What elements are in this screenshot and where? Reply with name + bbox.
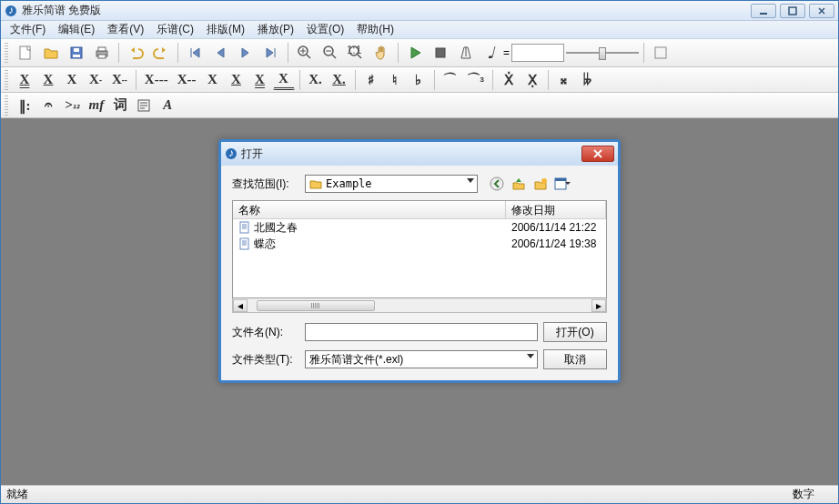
- save-button[interactable]: [65, 41, 88, 65]
- dynamic-mf-button[interactable]: mf: [86, 96, 108, 116]
- double-sharp-button[interactable]: 𝄪: [553, 70, 575, 90]
- text-button[interactable]: [133, 96, 155, 116]
- svg-text:♪: ♪: [8, 5, 14, 16]
- column-name[interactable]: 名称: [233, 201, 506, 218]
- dialog-close-button[interactable]: [581, 146, 614, 162]
- svg-point-21: [541, 178, 547, 184]
- view-menu-button[interactable]: [554, 176, 571, 192]
- note-x-ul2[interactable]: X: [249, 70, 271, 90]
- tempo-input[interactable]: [511, 44, 564, 62]
- natural-button[interactable]: ♮: [384, 70, 406, 90]
- undo-button[interactable]: [124, 41, 147, 65]
- menu-file[interactable]: 文件(F): [5, 21, 51, 38]
- new-folder-button[interactable]: [532, 176, 549, 192]
- play-button[interactable]: [403, 41, 427, 65]
- svg-rect-10: [98, 55, 106, 58]
- lookin-combo[interactable]: Example: [305, 175, 478, 193]
- sharp-button[interactable]: ♯: [360, 70, 382, 90]
- column-date[interactable]: 修改日期: [506, 201, 606, 218]
- note-x2[interactable]: X: [202, 70, 224, 90]
- list-item[interactable]: 蝶恋 2006/11/24 19:38: [233, 236, 606, 252]
- redo-button[interactable]: [149, 41, 173, 65]
- triplet-button[interactable]: ⌒3: [463, 70, 488, 90]
- lyrics-button[interactable]: 词: [109, 96, 131, 116]
- svg-rect-25: [240, 238, 248, 249]
- svg-rect-2: [760, 13, 767, 15]
- svg-rect-15: [436, 48, 445, 57]
- list-item[interactable]: 北國之春 2006/11/14 21:22: [233, 219, 606, 236]
- note-x-ul3[interactable]: X: [273, 70, 295, 90]
- double-flat-button[interactable]: 𝄫: [577, 70, 599, 90]
- menu-edit[interactable]: 编辑(E): [53, 21, 100, 38]
- file-icon: [238, 221, 251, 234]
- scroll-left-button[interactable]: ◂: [233, 299, 248, 312]
- note-xdot-ul[interactable]: X.: [329, 70, 350, 90]
- note-x-dash[interactable]: X-: [85, 70, 106, 90]
- app-icon: ♪: [225, 147, 238, 160]
- menu-layout[interactable]: 排版(M): [201, 21, 250, 38]
- svg-rect-7: [74, 48, 79, 52]
- open-button[interactable]: 打开(O): [543, 322, 607, 342]
- crescendo-button[interactable]: >₁₂: [61, 96, 84, 116]
- note-x-underline[interactable]: X: [37, 70, 59, 90]
- note-xdash[interactable]: X--: [174, 70, 200, 90]
- menu-play[interactable]: 播放(P): [252, 21, 299, 38]
- prev-page-button[interactable]: [208, 41, 232, 65]
- note-x-ul[interactable]: X: [226, 70, 248, 90]
- extra-button[interactable]: [649, 41, 672, 65]
- open-button[interactable]: [39, 41, 63, 65]
- menu-help[interactable]: 帮助(H): [351, 21, 399, 38]
- up-button[interactable]: [510, 176, 527, 192]
- maximize-button[interactable]: [780, 4, 805, 18]
- toolbar-grip: [5, 70, 8, 90]
- font-button[interactable]: A: [157, 96, 178, 116]
- menu-settings[interactable]: 设置(O): [301, 21, 349, 38]
- note-x-underline2[interactable]: X: [14, 70, 35, 90]
- svg-point-20: [490, 177, 503, 190]
- note-xdashes[interactable]: X---: [141, 70, 172, 90]
- note-x[interactable]: X: [61, 70, 83, 90]
- lookin-value: Example: [326, 177, 372, 190]
- cancel-button[interactable]: 取消: [543, 349, 607, 369]
- tie-button[interactable]: ⌒: [440, 70, 461, 90]
- zoom-in-button[interactable]: [293, 41, 317, 65]
- stop-button[interactable]: [429, 41, 452, 65]
- menu-score[interactable]: 乐谱(C): [151, 21, 199, 38]
- new-button[interactable]: [14, 41, 37, 65]
- filename-input[interactable]: [305, 323, 538, 341]
- first-page-button[interactable]: [183, 41, 207, 65]
- toolbar-grip: [5, 43, 8, 63]
- zoom-out-button[interactable]: [318, 41, 342, 65]
- fermata-button[interactable]: 𝄐: [37, 96, 59, 116]
- next-page-button[interactable]: [234, 41, 258, 65]
- svg-rect-4: [20, 46, 30, 59]
- close-button[interactable]: [809, 4, 834, 18]
- dialog-title: 打开: [238, 146, 581, 162]
- repeat-button[interactable]: ‖:: [14, 96, 35, 116]
- statusbar: 就绪 数字: [1, 485, 838, 503]
- menu-view[interactable]: 查看(V): [102, 21, 149, 38]
- filetype-value: 雅乐简谱文件(*.exl): [309, 352, 403, 368]
- flat-button[interactable]: ♭: [408, 70, 430, 90]
- note-xdot[interactable]: X.: [305, 70, 327, 90]
- note-x-dash2[interactable]: X--: [108, 70, 131, 90]
- app-icon: ♪: [5, 5, 17, 17]
- filetype-combo[interactable]: 雅乐简谱文件(*.exl): [305, 350, 538, 368]
- toolbar-main: 1:1 ♩ =: [1, 39, 838, 67]
- svg-rect-24: [240, 222, 248, 233]
- print-button[interactable]: [90, 41, 114, 65]
- zoom-fit-button[interactable]: 1:1: [344, 41, 368, 65]
- file-listview[interactable]: 名称 修改日期 北國之春 2006/11/14 21:22 蝶恋 2006/11…: [232, 200, 607, 298]
- back-button[interactable]: [489, 176, 505, 192]
- horizontal-scrollbar[interactable]: ◂ ▸: [232, 298, 607, 313]
- note-low-x[interactable]: X̣: [521, 70, 543, 90]
- minimize-button[interactable]: [751, 4, 776, 18]
- folder-icon: [309, 178, 322, 189]
- tempo-slider[interactable]: [566, 44, 639, 62]
- file-date: 2006/11/14 21:22: [506, 221, 606, 234]
- note-high-x[interactable]: Ẋ: [498, 70, 520, 90]
- last-page-button[interactable]: [259, 41, 283, 65]
- scroll-right-button[interactable]: ▸: [591, 299, 606, 312]
- hand-tool-button[interactable]: [369, 41, 393, 65]
- metronome-button[interactable]: [454, 41, 478, 65]
